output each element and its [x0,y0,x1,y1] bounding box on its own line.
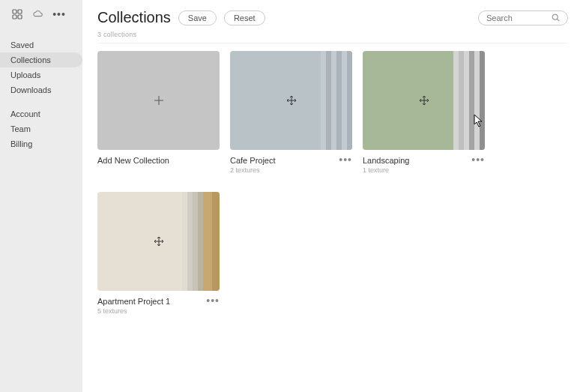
svg-line-5 [557,19,559,21]
card-title: Landscaping [363,156,409,165]
sidebar-item-billing[interactable]: Billing [0,136,82,151]
card-subtitle: 5 textures [97,307,170,315]
move-icon [419,95,429,106]
sidebar-item-account[interactable]: Account [0,106,82,121]
search-input[interactable] [486,13,546,22]
main-content: Collections Save Reset 3 collections Add… [82,0,583,392]
logo-icon[interactable] [12,9,22,19]
card-title: Cafe Project [230,156,276,165]
svg-rect-1 [18,10,22,13]
reset-button[interactable]: Reset [224,10,265,25]
collection-thumb[interactable] [230,51,352,150]
move-icon [154,236,164,247]
svg-rect-2 [13,15,16,19]
move-icon [286,95,297,106]
sidebar-top-icons: ••• [0,9,82,19]
svg-rect-0 [13,10,16,13]
sidebar: ••• Saved Collections Uploads Downloads … [0,0,82,392]
collection-card-cafe[interactable]: Cafe Project 2 textures ••• [230,51,352,174]
sidebar-item-uploads[interactable]: Uploads [0,67,82,82]
save-button[interactable]: Save [178,10,217,25]
card-subtitle: 2 textures [230,166,276,174]
search-icon [552,13,560,22]
collection-card-landscaping[interactable]: Landscaping 1 texture ••• [363,51,485,174]
sidebar-item-downloads[interactable]: Downloads [0,82,82,97]
collection-thumb[interactable] [97,192,220,291]
card-more-icon[interactable]: ••• [471,156,485,163]
more-icon[interactable]: ••• [54,9,64,19]
sidebar-item-team[interactable]: Team [0,121,82,136]
collection-thumb[interactable] [363,51,485,150]
sidebar-item-saved[interactable]: Saved [0,37,82,52]
card-title: Apartment Project 1 [97,297,170,306]
page-header: Collections Save Reset [97,9,568,26]
page-title: Collections [97,9,171,26]
card-title: Add New Collection [97,156,169,165]
add-collection-card[interactable]: Add New Collection [97,51,220,174]
add-collection-thumb[interactable] [97,51,220,150]
cursor-icon [474,114,484,127]
card-more-icon[interactable]: ••• [206,297,220,304]
search-box[interactable] [478,10,568,25]
svg-rect-3 [18,15,22,19]
collections-grid: Add New Collection Cafe Project 2 textur… [97,51,568,315]
sidebar-group-account: Account Team Billing [0,106,82,151]
sidebar-item-collections[interactable]: Collections [0,52,82,67]
sidebar-group-library: Saved Collections Uploads Downloads [0,37,82,97]
card-more-icon[interactable]: ••• [339,156,352,163]
card-subtitle: 1 texture [363,166,409,174]
plus-icon [154,95,164,106]
collection-count: 3 collections [97,31,568,38]
cloud-icon[interactable] [33,9,43,19]
divider [97,43,568,43]
svg-point-4 [552,14,558,19]
collection-card-apartment[interactable]: Apartment Project 1 5 textures ••• [97,192,220,315]
